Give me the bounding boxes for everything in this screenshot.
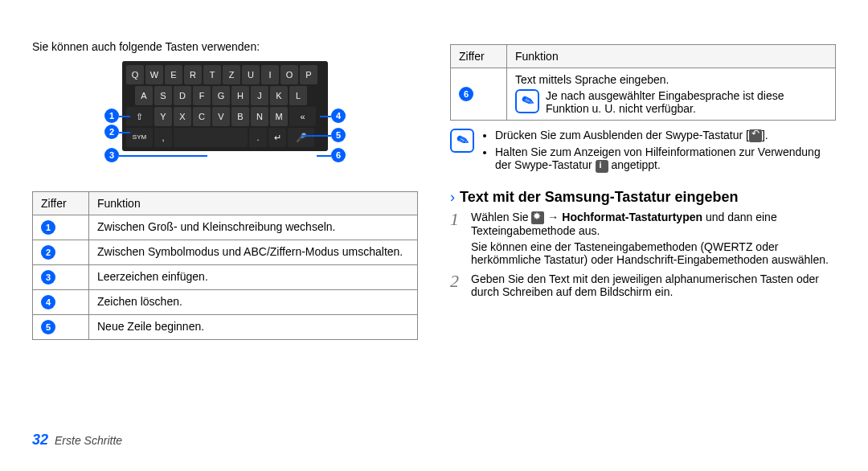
row-badge-4: 4 [41, 295, 55, 309]
keyboard-diagram: QWERT ZUIOP ASDFG HJKL ⇧ YXCV BNM « SYM … [104, 61, 346, 183]
row-badge-6: 6 [459, 87, 473, 101]
sym-key: SYM [126, 128, 153, 147]
tip1-pre: Drücken Sie zum Ausblenden der Swype-Tas… [495, 129, 749, 141]
section-title: Text mit der Samsung-Tastatur eingeben [460, 189, 738, 206]
row-text-3: Leerzeichen einfügen. [89, 265, 418, 290]
step1-bold: Hochformat-Tastaturtypen [562, 211, 702, 223]
row6-note: Je nach ausgewählter Eingabesprache ist … [546, 89, 827, 115]
callout-6: 6 [331, 148, 346, 162]
callout-4: 4 [331, 109, 346, 123]
tips-note-icon: ✎ [450, 129, 474, 153]
step-2-number: 2 [450, 272, 465, 298]
left-function-table: Ziffer Funktion 1 Zwischen Groß- und Kle… [32, 191, 418, 340]
page-footer: 32 Erste Schritte [32, 432, 122, 448]
row-badge-2: 2 [41, 245, 55, 260]
callout-5: 5 [331, 128, 346, 142]
step1-b: → [544, 211, 562, 223]
step1-note: Sie können eine der Tasteneingabemethode… [471, 240, 836, 266]
row-badge-1: 1 [41, 220, 55, 235]
row-text-5: Neue Zeile beginnen. [89, 315, 418, 340]
tips-list: Drücken Sie zum Ausblenden der Swype-Tas… [481, 129, 836, 176]
callout-2: 2 [104, 125, 119, 139]
back-icon [749, 129, 762, 142]
enter-key: ↵ [268, 128, 286, 147]
space-key [174, 128, 248, 147]
mic-key: 🎤 [288, 128, 314, 147]
callout-3: 3 [104, 148, 119, 162]
footer-text: Erste Schritte [55, 434, 122, 447]
note-icon: ✎ [515, 89, 539, 113]
step1-a: Wählen Sie [471, 211, 531, 223]
callout-1: 1 [104, 109, 119, 123]
tip2-post: angetippt. [608, 158, 661, 171]
step2-text: Geben Sie den Text mit den jeweiligen al… [471, 272, 836, 298]
step-1-number: 1 [450, 211, 465, 266]
th-funktion-r: Funktion [507, 45, 836, 68]
page-number: 32 [32, 432, 48, 448]
th-ziffer: Ziffer [33, 192, 89, 215]
row-badge-3: 3 [41, 270, 55, 285]
left-intro-text: Sie können auch folgende Tasten verwende… [32, 40, 418, 53]
gear-icon [531, 211, 544, 224]
tip1-post: ]. [762, 129, 768, 141]
row-badge-5: 5 [41, 320, 55, 334]
chevron-icon: › [450, 189, 455, 206]
th-ziffer-r: Ziffer [451, 45, 507, 68]
right-function-table: Ziffer Funktion 6 Text mittels Sprache e… [450, 44, 836, 121]
th-funktion: Funktion [89, 192, 418, 215]
info-icon [596, 160, 608, 173]
row-text-4: Zeichen löschen. [89, 290, 418, 315]
row-text-2: Zwischen Symbolmodus und ABC/Ziffern-Mod… [89, 240, 418, 265]
row6-line1: Text mittels Sprache eingeben. [515, 73, 827, 86]
row-text-1: Zwischen Groß- und Kleinschreibung wechs… [89, 215, 418, 240]
backspace-key: « [289, 107, 316, 126]
